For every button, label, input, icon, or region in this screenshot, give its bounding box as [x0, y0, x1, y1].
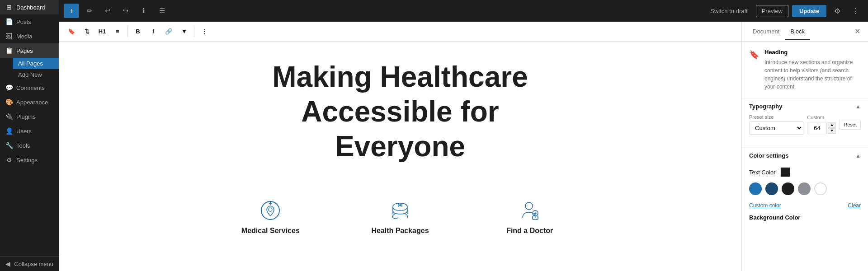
typography-section-header[interactable]: Typography ▲	[742, 98, 868, 114]
options-button[interactable]: ⋮	[197, 24, 212, 39]
clear-color-link[interactable]: Clear	[848, 202, 861, 209]
sidebar-item-label: Settings	[16, 157, 38, 164]
move-up-down-button[interactable]: ⇅	[80, 24, 94, 39]
toolbar-divider-2	[194, 26, 194, 37]
media-icon: 🖼	[5, 33, 13, 40]
sidebar-item-all-pages[interactable]: All Pages	[13, 58, 59, 69]
switch-to-draft-button[interactable]: Switch to draft	[706, 5, 752, 17]
custom-color-row: Custom color Clear	[742, 201, 868, 210]
tab-block[interactable]: Block	[785, 23, 810, 40]
sidebar-item-plugins[interactable]: 🔌 Plugins	[0, 109, 59, 124]
more-rich-text-button[interactable]: ▾	[177, 24, 191, 39]
users-icon: 👤	[5, 127, 13, 135]
more-options-button[interactable]: ⋮	[848, 4, 863, 18]
find-a-doctor-icon	[519, 200, 541, 221]
sidebar-item-label: Media	[16, 33, 32, 40]
heading-info-text: Heading Introduce new sections and organ…	[764, 49, 861, 91]
preset-select-wrap: Preset size Custom	[749, 114, 803, 135]
spinner-wrap: ▲ ▼	[828, 122, 836, 134]
comments-icon: 💬	[5, 84, 13, 91]
color-swatch-dark-blue[interactable]	[765, 182, 778, 195]
pencil-icon-button[interactable]: ✏	[82, 4, 97, 18]
spinner-up-button[interactable]: ▲	[828, 122, 836, 128]
text-color-label: Text Color	[749, 169, 776, 176]
collapse-label: Collapse menu	[14, 261, 53, 267]
preset-size-select[interactable]: Custom	[749, 121, 803, 135]
bold-button[interactable]: B	[131, 24, 145, 39]
sidebar-item-label: Comments	[16, 84, 45, 91]
heading-line1: Making Healthcare	[272, 61, 528, 93]
service-item-health-packages: Health Packages	[335, 200, 465, 235]
heading-level-button[interactable]: H1	[95, 24, 109, 39]
sidebar-item-tools[interactable]: 🔧 Tools	[0, 138, 59, 153]
medical-services-icon	[259, 200, 281, 221]
preset-row: Preset size Custom Custom ▲ ▼	[749, 114, 861, 135]
sidebar: ⊞ Dashboard 📄 Posts 🖼 Media 📋 Pages All …	[0, 0, 59, 271]
heading-description: Introduce new sections and organize cont…	[764, 58, 861, 91]
tab-document[interactable]: Document	[747, 23, 785, 40]
sidebar-item-add-new[interactable]: Add New	[13, 69, 59, 80]
custom-size-input[interactable]	[807, 122, 827, 134]
pages-icon: 📋	[5, 47, 13, 54]
redo-button[interactable]: ↪	[118, 4, 133, 18]
custom-color-link[interactable]: Custom color	[749, 202, 781, 209]
info-button[interactable]: ℹ	[137, 4, 151, 18]
sidebar-item-pages[interactable]: 📋 Pages	[0, 43, 59, 58]
settings-icon: ⚙	[5, 156, 13, 164]
sidebar-item-label: Users	[16, 128, 32, 135]
color-swatch-white[interactable]	[814, 182, 827, 195]
typography-section-content: Preset size Custom Custom ▲ ▼	[742, 114, 868, 147]
block-type-button[interactable]: 🔖	[64, 24, 79, 39]
color-settings-header[interactable]: Color settings ▲	[742, 147, 868, 164]
text-color-row: Text Color	[742, 164, 868, 181]
sidebar-item-label: Pages	[16, 47, 33, 54]
reset-button[interactable]: Reset	[840, 120, 861, 130]
spinner-down-button[interactable]: ▼	[828, 128, 836, 134]
sidebar-item-settings[interactable]: ⚙ Settings	[0, 153, 59, 167]
color-settings-label: Color settings	[749, 152, 788, 159]
service-item-medical: Medical Services	[206, 200, 335, 235]
settings-gear-button[interactable]: ⚙	[830, 4, 844, 18]
sidebar-item-users[interactable]: 👤 Users	[0, 124, 59, 138]
sidebar-item-label: Tools	[16, 142, 30, 149]
update-button[interactable]: Update	[792, 5, 826, 17]
service-label-medical: Medical Services	[241, 227, 300, 235]
preview-button[interactable]: Preview	[756, 5, 788, 17]
tools-icon: 🔧	[5, 142, 13, 149]
top-bar: ＋ ✏ ↩ ↪ ℹ ☰ Switch to draft Preview Upda…	[59, 0, 868, 22]
sidebar-item-posts[interactable]: 📄 Posts	[0, 14, 59, 29]
all-pages-label: All Pages	[18, 60, 43, 67]
panel-tabs: Document Block ✕	[742, 22, 868, 42]
add-block-button[interactable]: ＋	[64, 4, 79, 18]
main-heading[interactable]: Making Healthcare Accessible for Everyon…	[206, 60, 594, 164]
sidebar-item-label: Dashboard	[16, 4, 45, 11]
custom-input-row: ▲ ▼	[807, 122, 836, 134]
color-swatch-gray[interactable]	[798, 182, 811, 195]
heading-info-section: 🔖 Heading Introduce new sections and org…	[742, 42, 868, 98]
sidebar-item-comments[interactable]: 💬 Comments	[0, 80, 59, 95]
panel-close-button[interactable]: ✕	[852, 26, 863, 37]
text-align-button[interactable]: ≡	[110, 24, 125, 39]
sidebar-item-dashboard[interactable]: ⊞ Dashboard	[0, 0, 59, 14]
list-view-button[interactable]: ☰	[155, 4, 169, 18]
undo-button[interactable]: ↩	[100, 4, 115, 18]
service-item-find-doctor: Find a Doctor	[465, 200, 594, 235]
color-settings-chevron-icon: ▲	[855, 153, 861, 159]
editor-main: 🔖 ⇅ H1 ≡ B I 🔗 ▾ ⋮ Making Healthcare Acc…	[59, 22, 741, 271]
service-label-find-doctor: Find a Doctor	[506, 227, 553, 235]
typography-label: Typography	[749, 103, 782, 110]
editor-wrap: ＋ ✏ ↩ ↪ ℹ ☰ Switch to draft Preview Upda…	[59, 0, 868, 271]
italic-button[interactable]: I	[146, 24, 160, 39]
color-swatch-black[interactable]	[782, 182, 794, 195]
service-label-health-packages: Health Packages	[371, 227, 429, 235]
sidebar-item-media[interactable]: 🖼 Media	[0, 29, 59, 43]
text-color-swatch-current[interactable]	[780, 167, 790, 177]
custom-value-wrap: Custom ▲ ▼	[807, 115, 836, 134]
link-button[interactable]: 🔗	[161, 24, 176, 39]
sidebar-item-appearance[interactable]: 🎨 Appearance	[0, 95, 59, 109]
block-toolbar: 🔖 ⇅ H1 ≡ B I 🔗 ▾ ⋮	[59, 22, 741, 42]
color-swatch-blue[interactable]	[749, 182, 762, 195]
sidebar-collapse-button[interactable]: ◀ Collapse menu	[0, 257, 59, 271]
bookmark-icon: 🔖	[749, 50, 759, 60]
preset-size-label: Preset size	[749, 114, 803, 120]
